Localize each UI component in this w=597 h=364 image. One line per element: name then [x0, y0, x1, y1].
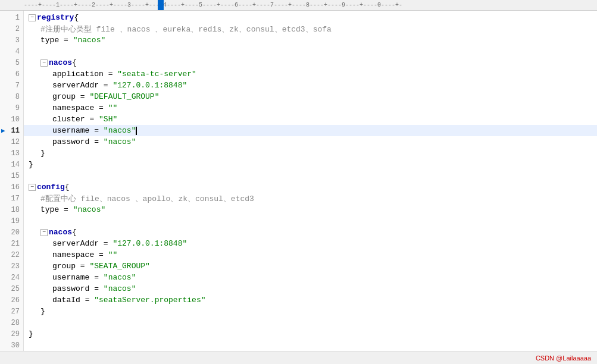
code-line: username = "nacos" [24, 272, 597, 283]
line-number: 16 [0, 181, 23, 193]
code-line: } [24, 328, 597, 340]
code-line: serverAddr = "127.0.0.1:8848" [24, 238, 597, 249]
line-number: 24 [0, 272, 23, 283]
line-number: 7 [0, 80, 23, 91]
code-line: password = "nacos" [24, 136, 597, 148]
code-line: } [24, 306, 597, 317]
code-line [24, 170, 597, 181]
code-line: } [24, 159, 597, 170]
code-area: 12345678910▶1112131415161718192021222324… [0, 11, 597, 351]
code-line: cluster = "SH" [24, 114, 597, 125]
code-line: −nacos { [24, 57, 597, 68]
code-line: username = "nacos" [24, 125, 597, 136]
code-line: } [24, 148, 597, 159]
line-number: 3 [0, 34, 23, 46]
code-line: #注册中心类型 file 、nacos 、eureka、redis、zk、con… [24, 23, 597, 34]
collapse-toggle[interactable]: − [29, 184, 36, 191]
line-number: 6 [0, 68, 23, 80]
collapse-toggle[interactable]: − [29, 14, 36, 21]
code-line: type = "nacos" [24, 34, 597, 46]
line-number: 29 [0, 328, 23, 340]
code-line: type = "nacos" [24, 204, 597, 215]
code-line: −registry { [24, 12, 597, 23]
line-number: 17 [0, 193, 23, 204]
line-number: 20 [0, 227, 23, 238]
code-line [24, 317, 597, 328]
line-number: 27 [0, 306, 23, 317]
code-content[interactable]: −registry {#注册中心类型 file 、nacos 、eureka、r… [24, 11, 597, 351]
line-number: 28 [0, 317, 23, 328]
line-number: 15 [0, 170, 23, 181]
code-line: group = "SEATA_GROUP" [24, 261, 597, 272]
line-number: ▶11 [0, 125, 23, 136]
line-number: 10 [0, 114, 23, 125]
collapse-toggle[interactable]: − [40, 59, 48, 67]
code-line: −config { [24, 181, 597, 193]
line-number: 9 [0, 102, 23, 114]
line-number: 25 [0, 283, 23, 294]
line-number: 22 [0, 249, 23, 261]
code-line: group = "DEFAULT_GROUP" [24, 91, 597, 102]
line-number: 30 [0, 340, 23, 351]
code-line: password = "nacos" [24, 283, 597, 294]
code-line [24, 46, 597, 57]
code-line: −nacos { [24, 227, 597, 238]
line-number: 8 [0, 91, 23, 102]
line-number: 5 [0, 57, 23, 68]
text-cursor [136, 127, 137, 135]
code-line: application = "seata-tc-server" [24, 68, 597, 80]
ruler-tab-indicator [158, 0, 164, 11]
code-line: #配置中心 file、nacos 、apollo、zk、consul、etcd3 [24, 193, 597, 204]
watermark-text: CSDN @Lailaaaaa [536, 354, 591, 362]
code-line: dataId = "seataServer.properties" [24, 294, 597, 306]
line-number: 21 [0, 238, 23, 249]
code-line: serverAddr = "127.0.0.1:8848" [24, 80, 597, 91]
line-number: 26 [0, 294, 23, 306]
code-line [24, 215, 597, 227]
line-number: 2 [0, 23, 23, 34]
ruler: ----+----1----+----2----+----3----+----4… [0, 0, 597, 11]
line-numbers: 12345678910▶1112131415161718192021222324… [0, 11, 24, 351]
breakpoint-arrow: ▶ [1, 127, 5, 134]
status-bar: CSDN @Lailaaaaa [0, 351, 597, 364]
line-number: 18 [0, 204, 23, 215]
code-line: namespace = "" [24, 249, 597, 261]
line-number: 19 [0, 215, 23, 227]
line-number: 4 [0, 46, 23, 57]
line-number: 14 [0, 159, 23, 170]
line-number: 1 [0, 12, 23, 23]
ruler-ticks: ----+----1----+----2----+----3----+----4… [24, 0, 402, 10]
code-line [24, 340, 597, 351]
line-number: 23 [0, 261, 23, 272]
line-number: 13 [0, 148, 23, 159]
code-line: namespace = "" [24, 102, 597, 114]
collapse-toggle[interactable]: − [40, 229, 48, 236]
line-number: 12 [0, 136, 23, 148]
editor-container: ----+----1----+----2----+----3----+----4… [0, 0, 597, 364]
